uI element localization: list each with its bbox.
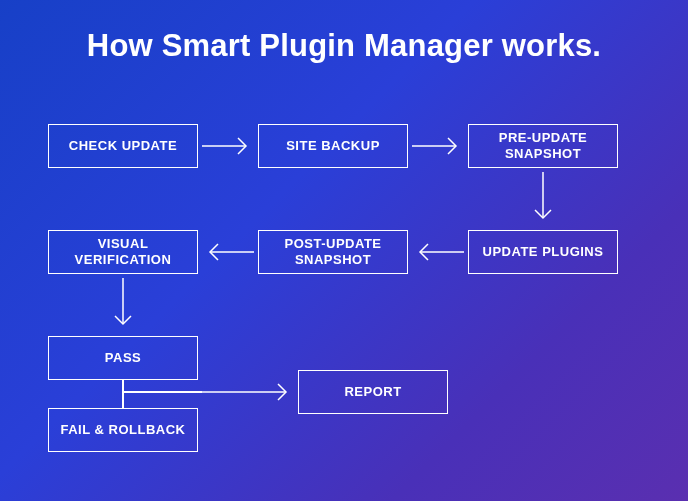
step-fail-rollback: FAIL & ROLLBACK [48, 408, 198, 452]
step-report: REPORT [298, 370, 448, 414]
diagram-title: How Smart Plugin Manager works. [0, 28, 688, 64]
arrow-check-to-backup [198, 124, 258, 168]
connector-pass-to-fail [122, 380, 124, 408]
arrow-updateplugins-to-postupdate [408, 230, 468, 274]
step-update-plugins: UPDATE PLUGINS [468, 230, 618, 274]
step-pass: PASS [48, 336, 198, 380]
arrow-postupdate-to-visual [198, 230, 258, 274]
step-post-update-snapshot: POST-UPDATE SNAPSHOT [258, 230, 408, 274]
arrow-backup-to-preupdate [408, 124, 468, 168]
arrow-visual-to-pass [101, 274, 145, 336]
arrow-preupdate-to-updateplugins [521, 168, 565, 230]
step-pre-update-snapshot: PRE-UPDATE SNAPSHOT [468, 124, 618, 168]
step-site-backup: SITE BACKUP [258, 124, 408, 168]
arrow-outcome-to-report [198, 370, 298, 414]
connector-stem-to-arrow [122, 391, 202, 393]
step-visual-verification: VISUAL VERIFICATION [48, 230, 198, 274]
step-check-update: CHECK UPDATE [48, 124, 198, 168]
